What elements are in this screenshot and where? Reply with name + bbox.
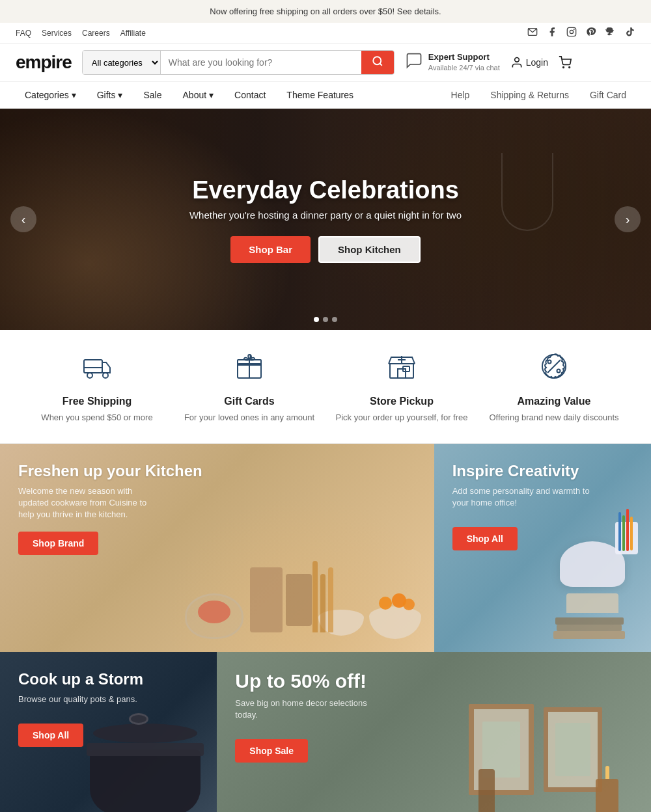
feature-gift-cards: Gift Cards For your loved ones in any am… xyxy=(178,351,320,422)
faq-link[interactable]: FAQ xyxy=(16,29,31,38)
giftcards-title: Gift Cards xyxy=(224,396,274,407)
value-desc: Offering brand new daily discounts xyxy=(489,413,618,422)
svg-point-11 xyxy=(103,373,108,378)
svg-point-7 xyxy=(563,67,564,68)
support-title: Expert Support xyxy=(428,52,500,63)
shop-all-creativity-button[interactable]: Shop All xyxy=(452,527,518,550)
announcement-bar: Now offering free shipping on all orders… xyxy=(0,0,651,23)
feature-free-shipping: Free Shipping When you spend $50 or more xyxy=(26,351,168,422)
features-bar: Free Shipping When you spend $50 or more… xyxy=(0,330,651,444)
promo-kitchen-title: Freshen up your Kitchen xyxy=(18,462,202,480)
shipping-desc: When you spend $50 or more xyxy=(41,413,152,422)
promo-creativity-content: Inspire Creativity Add some personality … xyxy=(452,462,596,550)
cart-icon xyxy=(559,56,572,69)
nav-gifts[interactable]: Gifts ▾ xyxy=(88,82,132,108)
svg-point-6 xyxy=(514,58,519,62)
svg-point-3 xyxy=(574,29,574,30)
login-label: Login xyxy=(526,57,548,68)
nav-giftcard[interactable]: Gift Card xyxy=(581,82,635,108)
tiktok-icon[interactable] xyxy=(625,27,635,39)
services-link[interactable]: Services xyxy=(42,29,72,38)
shop-brand-button[interactable]: Shop Brand xyxy=(18,532,98,555)
nav-bar: Categories ▾ Gifts ▾ Sale About ▾ Contac… xyxy=(0,82,651,109)
slider-prev-button[interactable]: ‹ xyxy=(10,206,36,232)
nav-contact[interactable]: Contact xyxy=(225,82,275,108)
hero-title: Everyday Celebrations xyxy=(192,176,459,204)
utility-links: FAQ Services Careers Affiliate xyxy=(16,29,146,38)
feature-amazing-value: Amazing Value Offering brand new daily d… xyxy=(483,351,625,422)
user-icon xyxy=(510,56,523,69)
svg-point-22 xyxy=(557,370,561,373)
search-bar: All categories Kitchen Bar Gifts Home Of… xyxy=(82,50,395,75)
careers-link[interactable]: Careers xyxy=(82,29,110,38)
shop-bar-button[interactable]: Shop Bar xyxy=(230,236,311,263)
affiliate-link[interactable]: Affiliate xyxy=(120,29,146,38)
promo-storm: Cook up a Storm Browse our quality pots … xyxy=(0,652,217,812)
slider-dots xyxy=(314,317,337,322)
giftcards-desc: For your loved ones in any amount xyxy=(184,413,314,422)
hero-subtitle: Whether you're hosting a dinner party or… xyxy=(189,210,462,221)
slider-dot-1[interactable] xyxy=(314,317,319,322)
pickup-desc: Pick your order up yourself, for free xyxy=(335,413,467,422)
shipping-title: Free Shipping xyxy=(62,396,132,407)
promo-storm-desc: Browse our quality pots & pans. xyxy=(18,694,143,705)
search-input[interactable] xyxy=(161,51,361,74)
facebook-icon[interactable] xyxy=(547,27,557,39)
shipping-icon xyxy=(81,351,113,388)
promo-kitchen: Freshen up your Kitchen Welcome the new … xyxy=(0,444,434,652)
announcement-text: Now offering free shipping on all orders… xyxy=(210,7,441,16)
pinterest-icon[interactable] xyxy=(586,27,596,39)
snapchat-icon[interactable] xyxy=(605,27,616,39)
promo-storm-content: Cook up a Storm Browse our quality pots … xyxy=(18,670,143,747)
support-text: Expert Support Available 24/7 via chat xyxy=(428,52,500,72)
promo-creativity: Inspire Creativity Add some personality … xyxy=(434,444,651,652)
nav-left: Categories ▾ Gifts ▾ Sale About ▾ Contac… xyxy=(16,82,363,108)
promo-kitchen-content: Freshen up your Kitchen Welcome the new … xyxy=(18,462,202,555)
nav-about[interactable]: About ▾ xyxy=(174,82,223,108)
promo-grid: Freshen up your Kitchen Welcome the new … xyxy=(0,444,651,652)
social-links xyxy=(527,27,635,39)
hero-overlay: Everyday Celebrations Whether you're hos… xyxy=(0,109,651,330)
promo-kitchen-desc: Welcome the new season with updated cook… xyxy=(18,485,161,521)
search-button[interactable] xyxy=(361,51,394,74)
promo-storm-title: Cook up a Storm xyxy=(18,670,143,688)
instagram-icon[interactable] xyxy=(566,27,577,39)
search-category-select[interactable]: All categories Kitchen Bar Gifts Home Of… xyxy=(83,51,161,74)
svg-point-21 xyxy=(548,360,551,364)
expert-support: Expert Support Available 24/7 via chat xyxy=(405,51,500,74)
svg-line-23 xyxy=(547,360,561,373)
hero-buttons: Shop Bar Shop Kitchen xyxy=(230,236,420,263)
nav-theme-features[interactable]: Theme Features xyxy=(277,82,363,108)
shop-all-storm-button[interactable]: Shop All xyxy=(18,724,83,747)
promo-sale: Up to 50% off! Save big on home decor se… xyxy=(217,652,651,812)
svg-rect-1 xyxy=(567,27,575,36)
nav-help[interactable]: Help xyxy=(442,82,479,108)
gift-icon xyxy=(234,351,265,388)
promo-sale-title: Up to 50% off! xyxy=(235,670,378,692)
nav-shipping[interactable]: Shipping & Returns xyxy=(481,82,578,108)
svg-rect-9 xyxy=(84,360,102,373)
slider-next-button[interactable]: › xyxy=(615,206,641,232)
shop-sale-button[interactable]: Shop Sale xyxy=(235,739,308,763)
utility-bar: FAQ Services Careers Affiliate xyxy=(0,23,651,44)
shop-kitchen-button[interactable]: Shop Kitchen xyxy=(318,236,421,263)
login-button[interactable]: Login xyxy=(510,56,548,69)
promo-creativity-desc: Add some personality and warmth to your … xyxy=(452,485,596,509)
svg-rect-17 xyxy=(398,369,406,378)
main-header: empire All categories Kitchen Bar Gifts … xyxy=(0,44,651,82)
logo[interactable]: empire xyxy=(16,52,72,73)
slider-dot-2[interactable] xyxy=(323,317,328,322)
promo-row: Cook up a Storm Browse our quality pots … xyxy=(0,652,651,812)
chevron-down-icon-about: ▾ xyxy=(209,90,214,100)
chevron-down-icon-gifts: ▾ xyxy=(118,90,122,100)
nav-categories[interactable]: Categories ▾ xyxy=(16,82,85,108)
nav-sale[interactable]: Sale xyxy=(134,82,171,108)
discount-icon xyxy=(538,351,570,388)
pickup-title: Store Pickup xyxy=(370,396,434,407)
cart-button[interactable] xyxy=(559,56,572,69)
promo-sale-content: Up to 50% off! Save big on home decor se… xyxy=(235,670,378,763)
svg-point-10 xyxy=(87,373,92,378)
promo-sale-desc: Save big on home decor selections today. xyxy=(235,697,378,721)
slider-dot-3[interactable] xyxy=(332,317,337,322)
email-icon[interactable] xyxy=(527,27,538,39)
